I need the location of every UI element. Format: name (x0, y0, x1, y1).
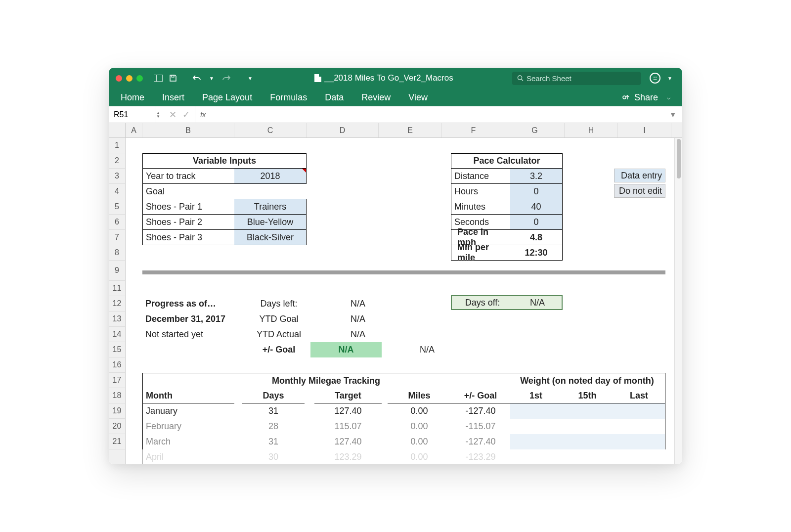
col-header-H[interactable]: H (565, 123, 618, 137)
accept-formula-icon[interactable]: ✓ (182, 109, 190, 120)
col-header-D[interactable]: D (307, 123, 379, 137)
table-cell-empty[interactable] (510, 403, 665, 419)
row-header[interactable]: 2 (109, 153, 125, 169)
table-cell[interactable]: 0.00 (388, 419, 451, 434)
spreadsheet-grid[interactable]: Variable Inputs Year to track 2018 Goal … (126, 138, 671, 464)
row-header[interactable]: 1 (109, 138, 125, 153)
cell-value[interactable]: 2018 (234, 169, 307, 184)
table-header[interactable]: Target (314, 388, 382, 403)
cell-value-highlighted[interactable]: N/A (310, 342, 382, 357)
row-header[interactable]: 4 (109, 184, 125, 199)
cell-label[interactable]: Shoes - Pair 1 (142, 199, 234, 215)
col-header-E[interactable]: E (379, 123, 442, 137)
row-header[interactable]: 21 (109, 434, 125, 449)
col-header-F[interactable]: F (442, 123, 505, 137)
table-header[interactable]: 1st (510, 388, 562, 403)
row-header[interactable]: 20 (109, 419, 125, 434)
tab-view[interactable]: View (408, 92, 428, 103)
cell-label[interactable]: YTD Actual (247, 327, 310, 342)
cell-label[interactable]: Goal (142, 184, 234, 199)
sidebar-toggle-icon[interactable] (153, 73, 164, 84)
legend-do-not-edit[interactable]: Do not edit (614, 184, 665, 198)
minimize-window[interactable] (126, 75, 132, 82)
pace-calculator-title[interactable]: Pace Calculator (451, 153, 563, 169)
row-header[interactable]: 8 (109, 245, 125, 261)
cell-value[interactable]: 0 (510, 215, 563, 230)
table-cell[interactable]: -115.07 (451, 419, 510, 434)
tab-page-layout[interactable]: Page Layout (202, 92, 252, 103)
table-cell-empty[interactable] (510, 434, 665, 449)
table-cell[interactable]: 31 (242, 434, 305, 449)
days-off-value[interactable]: N/A (513, 295, 563, 310)
vertical-scrollbar[interactable] (674, 138, 682, 464)
name-box[interactable]: R51 (109, 106, 156, 123)
select-all-corner[interactable] (109, 123, 126, 138)
undo-dropdown-icon[interactable]: ▼ (206, 73, 217, 84)
table-header[interactable]: Days (242, 388, 305, 403)
table-header[interactable]: Miles (388, 388, 451, 403)
cell-value[interactable]: 4.8 (510, 230, 563, 245)
col-header-A[interactable]: A (126, 123, 142, 137)
cell-value[interactable]: 0 (510, 184, 563, 199)
progress-status[interactable]: Not started yet (142, 327, 234, 342)
row-header[interactable]: 9 (109, 261, 125, 281)
tab-home[interactable]: Home (121, 92, 144, 103)
row-header[interactable]: 11 (109, 281, 125, 296)
table-header[interactable]: Month (142, 388, 234, 403)
tracking-title-2[interactable]: Weight (on noted day of month) (509, 373, 665, 388)
row-header[interactable]: 6 (109, 215, 125, 230)
undo-icon[interactable] (191, 73, 202, 84)
maximize-window[interactable] (136, 75, 143, 82)
days-off-label[interactable]: Days off: (451, 295, 513, 310)
row-header[interactable]: 14 (109, 327, 125, 342)
cell-value[interactable]: N/A (326, 327, 390, 342)
table-header[interactable]: Last (613, 388, 665, 403)
row-header[interactable]: 18 (109, 388, 125, 403)
cell-label[interactable]: Days left: (247, 296, 310, 311)
table-cell-empty[interactable] (510, 419, 665, 434)
ribbon-collapse-icon[interactable]: ⌵ (667, 94, 670, 101)
row-header[interactable]: 15 (109, 342, 125, 357)
variable-inputs-title[interactable]: Variable Inputs (142, 153, 307, 169)
redo-icon[interactable] (221, 73, 232, 84)
col-header-B[interactable]: B (142, 123, 234, 137)
share-button[interactable]: Share (634, 92, 658, 103)
row-header[interactable]: 16 (109, 357, 125, 373)
cell-value[interactable]: 3.2 (510, 169, 563, 184)
tab-formulas[interactable]: Formulas (270, 92, 307, 103)
cell-label[interactable]: Year to track (142, 169, 234, 184)
fx-label[interactable]: fx (195, 110, 211, 119)
feedback-icon[interactable] (650, 73, 660, 84)
progress-date[interactable]: December 31, 2017 (142, 311, 263, 327)
progress-asof-label[interactable]: Progress as of… (142, 296, 234, 311)
cell-value[interactable]: Black-Silver (234, 230, 307, 245)
formula-input[interactable] (211, 110, 664, 119)
legend-data-entry[interactable]: Data entry (614, 169, 665, 182)
row-header[interactable]: 3 (109, 169, 125, 184)
formula-expand-icon[interactable]: ▼ (663, 111, 682, 119)
table-cell[interactable]: March (142, 434, 234, 449)
table-cell[interactable]: -123.29 (451, 449, 510, 464)
cancel-formula-icon[interactable]: ✕ (169, 109, 176, 120)
row-header[interactable]: 13 (109, 311, 125, 327)
feedback-dropdown-icon[interactable]: ▼ (664, 73, 675, 84)
row-header[interactable] (109, 449, 125, 464)
table-header[interactable]: +/- Goal (451, 388, 510, 403)
table-cell[interactable]: 0.00 (388, 449, 451, 464)
cell-label[interactable]: Minutes (451, 199, 510, 215)
search-sheet[interactable] (512, 72, 641, 85)
col-header-G[interactable]: G (505, 123, 565, 137)
cell-value[interactable]: 12:30 (510, 245, 563, 261)
name-box-spinner[interactable]: ▲▼ (156, 111, 160, 118)
row-header[interactable]: 17 (109, 373, 125, 388)
scrollbar-thumb[interactable] (677, 139, 681, 178)
table-cell[interactable]: 123.29 (314, 449, 382, 464)
tab-review[interactable]: Review (361, 92, 391, 103)
cell-label[interactable]: Distance (451, 169, 510, 184)
table-cell[interactable]: April (142, 449, 234, 464)
col-header-C[interactable]: C (234, 123, 307, 137)
cell-value[interactable]: N/A (326, 296, 390, 311)
table-cell[interactable]: 115.07 (314, 419, 382, 434)
cell-label[interactable]: YTD Goal (247, 311, 310, 327)
table-cell[interactable]: 28 (242, 419, 305, 434)
